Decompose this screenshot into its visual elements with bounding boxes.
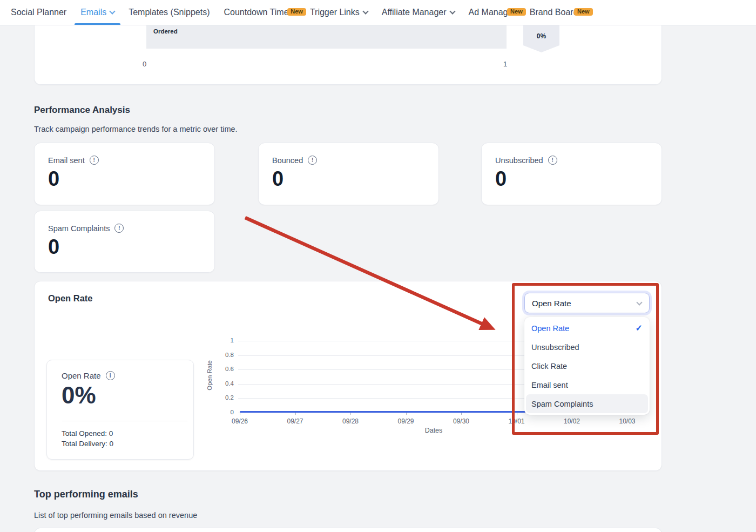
- menu-item-open-rate[interactable]: Open Rate ✓: [524, 319, 650, 338]
- chevron-down-icon: [636, 299, 642, 305]
- menu-item-click-rate[interactable]: Click Rate: [524, 356, 650, 375]
- funnel-chart-card: Ordered 0% 0 1: [34, 25, 662, 85]
- top-nav: Social Planner Emails Templates (Snippet…: [0, 0, 756, 25]
- total-opened: Total Opened: 0: [62, 429, 113, 437]
- performance-analysis-subtitle: Track campaign performance trends for a …: [34, 125, 238, 133]
- chart-xtick: [295, 413, 296, 415]
- stat-value: 0: [48, 167, 214, 191]
- stat-card-spam-complaints: Spam Complaints ! 0: [34, 211, 215, 273]
- info-icon[interactable]: !: [548, 156, 557, 165]
- chart-xtick-label: 10/03: [611, 417, 644, 425]
- stat-label: Unsubscribed: [495, 156, 543, 165]
- chart-x-axis-title: Dates: [380, 427, 488, 434]
- chart-ytick-label: 0.2: [214, 394, 234, 401]
- chart-xtick-label: 09/29: [390, 417, 422, 425]
- funnel-axis-end: 1: [503, 60, 507, 68]
- nav-item-templates-snippets[interactable]: Templates (Snippets): [122, 8, 217, 25]
- nav-item-brand-boards[interactable]: Brand Boards New: [523, 8, 590, 25]
- chart-ytick-label: 0.8: [214, 352, 234, 358]
- nav-item-emails[interactable]: Emails: [73, 8, 122, 25]
- info-icon[interactable]: !: [114, 224, 124, 233]
- nav-item-affiliate-manager[interactable]: Affiliate Manager: [375, 8, 462, 25]
- stat-card-unsubscribed: Unsubscribed ! 0: [481, 143, 662, 205]
- stat-label: Bounced: [272, 156, 303, 165]
- metric-dropdown-menu: Open Rate ✓ Unsubscribed Click Rate Emai…: [524, 317, 650, 415]
- nav-item-trigger-links[interactable]: Trigger Links: [303, 8, 375, 25]
- chart-xtick-label: 09/30: [445, 417, 477, 425]
- chevron-down-icon: [110, 8, 116, 14]
- funnel-stage-bar[interactable]: Ordered: [146, 25, 507, 49]
- nav-item-label: Affiliate Manager: [382, 8, 447, 17]
- nav-item-label: Emails: [80, 8, 106, 17]
- funnel-stage-label: Ordered: [153, 28, 178, 35]
- chart-xtick: [350, 413, 351, 415]
- top-emails-title: Top performing emails: [34, 489, 138, 500]
- metric-select-value: Open Rate: [532, 299, 571, 308]
- chart-xtick-label: 09/26: [224, 417, 256, 425]
- stat-card-email-sent: Email sent ! 0: [34, 143, 215, 205]
- nav-item-social-planner[interactable]: Social Planner: [4, 8, 73, 25]
- stat-label: Open Rate: [62, 371, 101, 380]
- total-delivery: Total Delivery: 0: [62, 440, 113, 448]
- stat-value: 0: [48, 235, 214, 259]
- top-emails-card: [34, 528, 662, 532]
- stat-card-bounced: Bounced ! 0: [258, 143, 439, 205]
- checkmark-icon: ✓: [636, 323, 643, 333]
- chart-xtick-label: 09/27: [279, 417, 312, 425]
- menu-item-spam-complaints[interactable]: Spam Complaints: [526, 394, 648, 413]
- chart-xtick: [517, 413, 517, 415]
- info-icon[interactable]: i: [106, 371, 115, 380]
- stat-value: 0: [272, 167, 438, 191]
- chart-ytick-label: 0.4: [214, 380, 234, 387]
- chart-ytick-label: 0.6: [214, 366, 234, 372]
- menu-item-label: Email sent: [531, 381, 568, 389]
- menu-item-label: Unsubscribed: [531, 343, 579, 352]
- stat-label: Email sent: [48, 156, 85, 165]
- funnel-percentage-badge: 0%: [523, 25, 559, 52]
- funnel-axis-start: 0: [143, 60, 146, 68]
- chart-ytick-label: 0: [214, 409, 234, 415]
- menu-item-unsubscribed[interactable]: Unsubscribed: [524, 338, 650, 356]
- nav-item-label: Templates (Snippets): [129, 8, 210, 17]
- nav-item-ad-manager[interactable]: Ad Manager New: [462, 8, 523, 25]
- metric-select[interactable]: Open Rate: [524, 293, 650, 313]
- menu-item-email-sent[interactable]: Email sent: [524, 375, 650, 394]
- divider: [62, 421, 187, 421]
- chart-xtick-label: 09/28: [334, 417, 367, 425]
- chevron-down-icon: [449, 8, 455, 14]
- info-icon[interactable]: !: [308, 156, 317, 165]
- nav-item-label: Social Planner: [11, 8, 66, 17]
- chart-xtick: [461, 413, 462, 415]
- stat-label: Spam Complaints: [48, 224, 110, 233]
- info-icon[interactable]: !: [90, 156, 99, 165]
- menu-item-label: Open Rate: [531, 324, 569, 333]
- menu-item-label: Click Rate: [531, 362, 567, 371]
- open-rate-value: 0%: [62, 382, 96, 409]
- open-rate-stat-card: Open Rate i 0% Total Opened: 0 Total Del…: [46, 360, 194, 460]
- nav-item-countdown-timers[interactable]: Countdown Timers New: [217, 8, 302, 25]
- chart-ytick-label: 1: [214, 337, 234, 344]
- chart-xtick-label: 10/02: [556, 417, 588, 425]
- open-rate-card: Open Rate Open Rate i 0% Total Opened: 0…: [34, 281, 662, 471]
- open-rate-card-title: Open Rate: [48, 293, 93, 304]
- chart-xtick: [406, 413, 407, 415]
- chart-xtick-label: 10/01: [501, 417, 533, 425]
- stat-value: 0: [495, 167, 662, 191]
- nav-item-label: Countdown Timers: [224, 8, 295, 17]
- chart-xtick: [240, 413, 240, 415]
- chevron-down-icon: [362, 8, 368, 14]
- performance-analysis-title: Performance Analysis: [34, 105, 130, 116]
- nav-item-label: Trigger Links: [310, 8, 360, 17]
- chart-y-axis-title: Open Rate: [206, 360, 213, 390]
- new-badge: New: [574, 8, 593, 16]
- funnel-percentage-value: 0%: [537, 32, 546, 40]
- top-emails-subtitle: List of top performing emails based on r…: [34, 511, 197, 520]
- menu-item-label: Spam Complaints: [531, 400, 593, 408]
